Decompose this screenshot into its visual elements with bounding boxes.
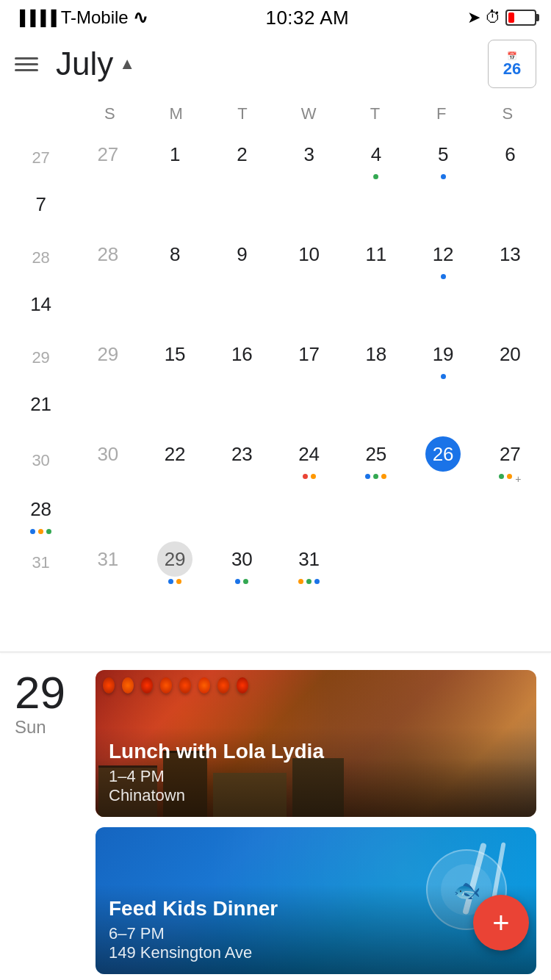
cal-day-jul29[interactable]: 29 xyxy=(142,537,209,587)
cal-day-jul24[interactable]: 24 xyxy=(276,432,342,487)
cal-day-jul26-today[interactable]: 26 xyxy=(410,432,477,487)
add-event-fab[interactable]: + xyxy=(473,895,529,951)
status-bar: ▐▐▐▐ T-Mobile ∿ 10:32 AM ➤ ⏱ xyxy=(0,0,551,32)
event-title-lunch-lola: Lunch with Lola Lydia xyxy=(109,739,523,764)
lantern-dec xyxy=(122,677,134,693)
dot xyxy=(507,474,512,479)
event-card-feed-kids[interactable]: 🐟 Feed Kids Dinner 6–7 PM 149 Kensington… xyxy=(96,827,536,974)
lantern-dec xyxy=(217,677,229,693)
status-left: ▐▐▐▐ T-Mobile ∿ xyxy=(15,7,148,28)
cal-day-jul20[interactable]: 20 xyxy=(477,332,544,382)
day-29-name: Sun xyxy=(15,717,81,738)
dot xyxy=(176,579,181,584)
cal-day-jul25[interactable]: 25 xyxy=(342,432,409,487)
cal-day-aug31[interactable]: 31 xyxy=(74,537,141,587)
fab-plus-icon: + xyxy=(492,908,509,937)
cal-day-jul1[interactable]: 1 xyxy=(142,132,209,182)
location-icon: ➤ xyxy=(467,8,480,27)
cal-day-jul10[interactable]: 10 xyxy=(276,232,342,282)
day-header-sat: S xyxy=(475,98,541,129)
cal-day-jul7[interactable]: 7 xyxy=(7,182,74,232)
dots-jul30 xyxy=(235,579,248,584)
event-title-feed-kids: Feed Kids Dinner xyxy=(109,896,523,921)
month-title-button[interactable]: July ▲ xyxy=(56,46,135,82)
week-num-29: 29 xyxy=(7,332,74,382)
menu-button[interactable] xyxy=(15,57,38,71)
dot xyxy=(499,474,504,479)
cal-day-jul13[interactable]: 13 xyxy=(477,232,544,282)
cal-day-jul21[interactable]: 21 xyxy=(7,382,74,432)
day-header-fri: F xyxy=(408,98,475,129)
week-num-31: 31 xyxy=(7,537,74,587)
dots-jul4 xyxy=(373,174,378,179)
cal-day-jul19[interactable]: 19 xyxy=(410,332,477,382)
calendar-day-headers: S M T W T F S xyxy=(7,98,544,129)
lantern-dec xyxy=(103,677,115,693)
wifi-icon: ∿ xyxy=(133,7,148,28)
dot xyxy=(441,274,446,279)
cal-day-jul9[interactable]: 9 xyxy=(209,232,276,282)
cal-day-jun28[interactable]: 28 xyxy=(74,232,141,282)
lantern-dec xyxy=(141,677,153,693)
today-button[interactable]: 📅 26 xyxy=(488,40,536,88)
cal-day-jul8[interactable]: 8 xyxy=(142,232,209,282)
lantern-dec xyxy=(160,677,172,693)
week-col-header xyxy=(10,98,76,129)
dots-jul5 xyxy=(441,174,446,179)
event-location-lunch-lola: Chinatown xyxy=(109,786,523,805)
dot xyxy=(243,579,248,584)
event-time-feed-kids: 6–7 PM xyxy=(109,924,523,943)
day-header-tue: T xyxy=(209,98,276,129)
cal-day-jul14[interactable]: 14 xyxy=(7,282,74,332)
day-header-thu: T xyxy=(342,98,408,129)
dot xyxy=(38,529,43,534)
day-29-cards: Lunch with Lola Lydia 1–4 PM Chinatown xyxy=(96,670,536,980)
dot xyxy=(314,579,320,584)
cal-day-jun30[interactable]: 30 xyxy=(74,432,141,487)
cal-day-jul30[interactable]: 30 xyxy=(209,537,276,587)
battery-fill xyxy=(508,12,515,23)
dot xyxy=(311,474,316,479)
cal-day-jul11[interactable]: 11 xyxy=(342,232,409,282)
cal-day-jul5[interactable]: 5 xyxy=(410,132,477,182)
calendar-week-2: 28 28 8 9 10 11 12 13 14 xyxy=(7,232,544,332)
cal-day-jul4[interactable]: 4 xyxy=(342,132,409,182)
month-name: July xyxy=(56,46,113,82)
day-header-wed: W xyxy=(276,98,342,129)
cal-day-jun27[interactable]: 27 xyxy=(74,132,141,182)
dots-jul12 xyxy=(441,274,446,279)
lantern-dec xyxy=(198,677,210,693)
dot-more: + xyxy=(515,474,521,484)
event-card-lunch-lola[interactable]: Lunch with Lola Lydia 1–4 PM Chinatown xyxy=(96,670,536,817)
dot xyxy=(168,579,173,584)
cal-day-jun29[interactable]: 29 xyxy=(74,332,141,382)
cal-day-jul16[interactable]: 16 xyxy=(209,332,276,382)
cal-day-jul28[interactable]: 28 xyxy=(7,487,74,537)
cal-day-jul3[interactable]: 3 xyxy=(276,132,342,182)
dot xyxy=(303,474,308,479)
cal-day-jul2[interactable]: 2 xyxy=(209,132,276,182)
lantern-dec xyxy=(179,677,191,693)
cal-day-jul18[interactable]: 18 xyxy=(342,332,409,382)
today-date-number: 26 xyxy=(503,61,521,77)
dot xyxy=(235,579,240,584)
carrier-label: T-Mobile xyxy=(61,7,129,28)
cal-empty-4 xyxy=(7,587,74,637)
cal-day-jul27[interactable]: 27 + xyxy=(477,432,544,487)
dots-jul28 xyxy=(30,529,51,534)
cal-day-jul15[interactable]: 15 xyxy=(142,332,209,382)
cal-day-jul23[interactable]: 23 xyxy=(209,432,276,487)
cal-day-jul22[interactable]: 22 xyxy=(142,432,209,487)
dot xyxy=(373,474,378,479)
event-list: 29 Sun xyxy=(0,652,551,980)
cal-day-jul12[interactable]: 12 xyxy=(410,232,477,282)
day-29-number: 29 xyxy=(15,670,81,716)
cal-empty-3 xyxy=(477,537,544,587)
cal-day-jul31[interactable]: 31 xyxy=(276,537,342,587)
dot xyxy=(373,174,378,179)
dot xyxy=(441,374,446,379)
hamburger-line xyxy=(15,57,38,60)
cal-day-jul6[interactable]: 6 xyxy=(477,132,544,182)
cal-day-jul17[interactable]: 17 xyxy=(276,332,342,382)
week-num-27: 27 xyxy=(7,132,74,182)
